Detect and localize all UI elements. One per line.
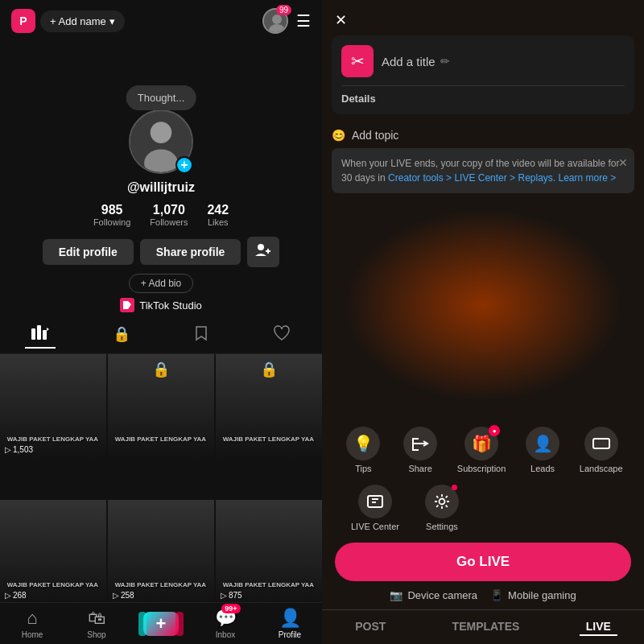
- live-tools: 💡 Tips Share 🎁 ● Subscription: [322, 417, 644, 609]
- share-profile-button[interactable]: Share profile: [140, 239, 242, 265]
- svg-marker-12: [47, 328, 49, 331]
- following-label: Following: [93, 217, 130, 227]
- tool-leads[interactable]: 👤 Leads: [522, 427, 563, 473]
- video-text-2: WAJIB PAKET LENGKAP YAA: [221, 436, 316, 443]
- home-label: Home: [22, 630, 43, 639]
- mobile-gaming-label: Mobile gaming: [508, 589, 576, 601]
- add-friend-icon: [255, 243, 271, 261]
- add-name-button[interactable]: + Add name ▾: [40, 10, 125, 32]
- nav-home[interactable]: ⌂ Home: [8, 608, 56, 639]
- video-thumb-4[interactable]: ▷ 258 WAJIB PAKET LENGKAP YAA: [108, 500, 214, 605]
- tool-tips[interactable]: 💡 Tips: [343, 427, 383, 473]
- video-views-4: ▷ 258: [113, 591, 134, 600]
- add-topic-row[interactable]: 😊 Add topic: [332, 129, 634, 142]
- avatar-wrap[interactable]: 99: [262, 8, 288, 34]
- warning-link[interactable]: Creator tools > LIVE Center > Replays.: [388, 172, 555, 184]
- landscape-label: Landscape: [580, 464, 623, 473]
- warning-box: When your LIVE ends, your copy of the vi…: [332, 148, 634, 193]
- tab-saved-icon[interactable]: [187, 322, 216, 349]
- following-count: 985: [93, 203, 130, 217]
- add-bio-button[interactable]: + Add bio: [129, 274, 193, 293]
- subscription-label: Subscription: [457, 464, 506, 473]
- video-thumb-5[interactable]: ▷ 875 WAJIB PAKET LENGKAP YAA: [216, 500, 322, 605]
- username: @willijtruiz: [127, 180, 195, 195]
- svg-rect-13: [593, 439, 609, 448]
- avatar-large-wrap: +: [129, 109, 193, 174]
- close-button[interactable]: ✕: [335, 11, 347, 29]
- video-text-4: WAJIB PAKET LENGKAP YAA: [113, 581, 208, 588]
- video-thumb-2[interactable]: 🔒 WAJIB PAKET LENGKAP YAA: [216, 354, 322, 459]
- share-label: Share: [408, 464, 431, 473]
- shop-label: Shop: [87, 630, 105, 639]
- tools-row-2: LIVE Center Settings: [335, 485, 631, 531]
- top-bar-right: 99 ☰: [262, 8, 311, 34]
- live-center-icon: [358, 485, 392, 518]
- details-tab[interactable]: Details: [341, 86, 625, 105]
- tab-videos-icon[interactable]: [25, 322, 56, 349]
- leads-label: Leads: [530, 464, 555, 473]
- settings-icon: [425, 485, 459, 518]
- svg-point-15: [439, 499, 444, 505]
- tiktok-studio-label: TikTok Studio: [139, 299, 202, 312]
- tab-locked-icon[interactable]: 🔒: [106, 322, 137, 349]
- device-camera-option[interactable]: 📷 Device camera: [390, 589, 477, 601]
- thought-bubble[interactable]: Thought...: [126, 85, 196, 110]
- video-thumb-0[interactable]: ▷ 1,503 WAJIB PAKET LENGKAP YAA: [0, 354, 106, 459]
- settings-label: Settings: [426, 522, 458, 531]
- subscription-icon: 🎁 ●: [464, 427, 498, 460]
- add-friend-button[interactable]: [247, 237, 279, 267]
- shop-icon: 🛍: [88, 608, 105, 629]
- nav-shop[interactable]: 🛍 Shop: [72, 608, 121, 639]
- mobile-gaming-option[interactable]: 📱 Mobile gaming: [490, 589, 576, 601]
- video-thumb-1[interactable]: 🔒 WAJIB PAKET LENGKAP YAA: [108, 354, 214, 459]
- tiktok-studio-row[interactable]: TikTok Studio: [120, 298, 202, 312]
- svg-point-6: [258, 244, 264, 250]
- create-button[interactable]: +: [143, 612, 179, 636]
- tool-subscription[interactable]: 🎁 ● Subscription: [457, 427, 506, 473]
- edit-profile-button[interactable]: Edit profile: [43, 239, 134, 265]
- add-profile-photo-button[interactable]: +: [175, 156, 193, 174]
- subscription-badge: ●: [489, 425, 500, 436]
- live-preview: [322, 193, 644, 417]
- tab-post[interactable]: POST: [349, 618, 392, 636]
- go-live-button[interactable]: Go LIVE: [335, 543, 631, 581]
- warning-close-button[interactable]: ✕: [618, 155, 628, 171]
- settings-dot: [452, 485, 457, 490]
- tool-settings[interactable]: Settings: [422, 485, 462, 531]
- tips-icon: 💡: [346, 427, 380, 460]
- tool-landscape[interactable]: Landscape: [580, 427, 623, 473]
- learn-more-link[interactable]: Learn more >: [559, 172, 617, 184]
- live-form: ✂ Add a title ✏ Details: [332, 35, 634, 114]
- svg-point-1: [272, 14, 282, 24]
- stats-row: 985 Following 1,070 Followers 242 Likes: [93, 203, 229, 227]
- tab-live[interactable]: LIVE: [580, 618, 617, 636]
- inbox-label: Inbox: [216, 630, 235, 639]
- tab-liked-icon[interactable]: [266, 322, 297, 349]
- edit-icon: ✏: [440, 55, 450, 68]
- nav-profile[interactable]: 👤 Profile: [266, 608, 314, 639]
- action-buttons: Edit profile Share profile: [43, 237, 280, 267]
- pink-p-icon: P: [11, 9, 35, 33]
- tool-live-center[interactable]: LIVE Center: [351, 485, 399, 531]
- profile-icon: 👤: [279, 608, 301, 629]
- nav-create[interactable]: +: [137, 612, 185, 636]
- chevron-down-icon: ▾: [109, 15, 115, 27]
- tool-share[interactable]: Share: [400, 427, 440, 473]
- right-bottom-tabs: POST TEMPLATES LIVE: [322, 609, 644, 644]
- add-topic-section: 😊 Add topic: [332, 121, 634, 142]
- landscape-icon: [584, 427, 618, 460]
- live-center-label: LIVE Center: [351, 522, 399, 531]
- live-header: ✕: [322, 0, 644, 35]
- inbox-badge: 99+: [221, 604, 240, 613]
- left-panel: P + Add name ▾ 99 ☰: [0, 0, 322, 644]
- tab-templates[interactable]: TEMPLATES: [446, 618, 526, 636]
- video-thumb-3[interactable]: ▷ 268 WAJIB PAKET LENGKAP YAA: [0, 500, 106, 605]
- likes-count: 242: [207, 203, 229, 217]
- likes-label: Likes: [207, 217, 229, 227]
- nav-inbox[interactable]: 💬 99+ Inbox: [201, 608, 250, 639]
- add-topic-label: Add topic: [352, 129, 398, 142]
- followers-count: 1,070: [150, 203, 188, 217]
- profile-label: Profile: [279, 630, 301, 639]
- hamburger-icon[interactable]: ☰: [296, 11, 311, 31]
- add-title-text[interactable]: Add a title ✏: [382, 55, 450, 68]
